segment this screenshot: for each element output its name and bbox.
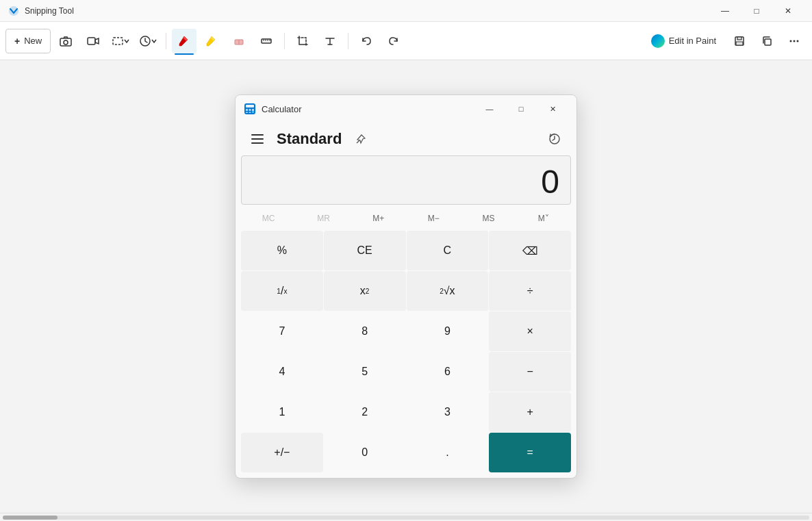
svg-rect-27 [249,109,251,111]
svg-point-0 [9,6,18,16]
hamburger-line-1 [251,134,264,136]
memory-minus-button[interactable]: M− [406,207,461,229]
seven-button[interactable]: 7 [241,312,323,351]
maximize-button[interactable]: □ [741,0,772,22]
equals-button[interactable]: = [489,433,571,472]
more-button[interactable] [782,29,807,53]
highlighter-button[interactable] [199,29,224,53]
svg-point-22 [794,40,796,42]
hamburger-line-3 [251,142,264,144]
more-icon [789,36,800,47]
edit-in-paint-button[interactable]: Edit in Paint [643,30,724,52]
screenshot-button[interactable] [53,29,78,53]
undo-button[interactable] [354,29,379,53]
undo-icon [361,36,372,47]
calc-display-value: 0 [541,166,559,199]
camera-icon [60,35,72,47]
memory-clear-button[interactable]: MC [241,207,296,229]
six-button[interactable]: 6 [407,352,489,392]
negate-button[interactable]: +/− [241,433,323,472]
five-button[interactable]: 5 [324,352,406,392]
divide-button[interactable]: ÷ [489,271,571,311]
scrollbar-thumb[interactable] [3,516,58,520]
memory-plus-button[interactable]: M+ [351,207,406,229]
calc-maximize-button[interactable]: □ [505,98,537,120]
multiply-button[interactable]: × [489,312,571,351]
calc-display: 0 [241,155,571,205]
pen-tool-button[interactable] [172,29,196,53]
keep-on-top-button[interactable] [350,128,372,150]
new-label: New [24,36,42,46]
sqrt-button[interactable]: 2√x [407,271,489,311]
calc-mode-title: Standard [277,130,342,148]
save-button[interactable] [727,29,752,53]
crop-icon [296,35,309,47]
redo-icon [388,36,399,47]
scrollbar-track[interactable] [3,516,809,520]
toolbar: + New [0,22,812,60]
hamburger-line-2 [251,138,264,140]
calc-title-text: Calculator [262,104,302,114]
eraser-button[interactable] [227,29,251,53]
nine-button[interactable]: 9 [407,312,489,351]
calc-title-left: Calculator [244,103,302,115]
clear-entry-button[interactable]: CE [324,231,406,270]
calc-minimize-button[interactable]: — [474,98,505,120]
ruler-button[interactable] [254,29,279,53]
add-button[interactable]: + [489,392,571,432]
svg-rect-19 [736,42,743,45]
close-button[interactable]: ✕ [772,0,804,22]
separator-2 [284,33,285,49]
four-button[interactable]: 4 [241,352,323,392]
calc-close-button[interactable]: ✕ [537,98,568,120]
memory-dropdown-button[interactable]: M˅ [516,207,571,229]
redo-button[interactable] [381,29,406,53]
percent-button[interactable]: % [241,231,323,270]
one-button[interactable]: 1 [241,392,323,432]
subtract-button[interactable]: − [489,352,571,392]
svg-rect-25 [246,105,254,107]
snip-shape-button[interactable] [108,29,133,53]
menu-button[interactable] [246,128,268,150]
save-icon [734,36,745,47]
main-content: Calculator — □ ✕ Standard [0,60,812,513]
chevron-down-icon [124,38,129,44]
two-button[interactable]: 2 [324,392,406,432]
bottom-scrollbar [0,513,812,521]
calc-title-bar: Calculator — □ ✕ [236,95,576,123]
copy-button[interactable] [754,29,779,53]
square-button[interactable]: x2 [324,271,406,311]
clock-icon [139,35,151,47]
reciprocal-button[interactable]: 1/x [241,271,323,311]
zero-button[interactable]: 0 [324,433,406,472]
record-button[interactable] [81,29,105,53]
history-button[interactable] [544,128,566,150]
video-icon [87,35,99,47]
crop-button[interactable] [290,29,315,53]
backspace-button[interactable]: ⌫ [489,231,571,270]
paint-icon [651,34,665,48]
eight-button[interactable]: 8 [324,312,406,351]
memory-store-button[interactable]: MS [461,207,516,229]
delay-button[interactable] [136,29,160,53]
title-bar-left: Snipping Tool [8,5,74,16]
separator-3 [348,33,348,49]
text-button[interactable] [318,29,342,53]
memory-row: MC MR M+ M− MS M˅ [236,207,576,229]
separator-1 [166,33,166,49]
svg-rect-4 [113,38,123,45]
svg-rect-29 [246,112,248,114]
pin-icon [355,133,367,145]
calc-header-left: Standard [246,128,372,150]
decimal-button[interactable]: . [407,433,489,472]
minimize-button[interactable]: — [709,0,741,22]
svg-point-23 [797,40,799,42]
three-button[interactable]: 3 [407,392,489,432]
clear-button[interactable]: C [407,231,489,270]
calculator-window: Calculator — □ ✕ Standard [235,94,577,479]
chevron-down-icon2 [151,38,157,44]
memory-recall-button[interactable]: MR [296,207,351,229]
new-button[interactable]: + New [5,29,51,53]
text-icon [324,35,336,47]
highlighter-icon [205,35,218,47]
